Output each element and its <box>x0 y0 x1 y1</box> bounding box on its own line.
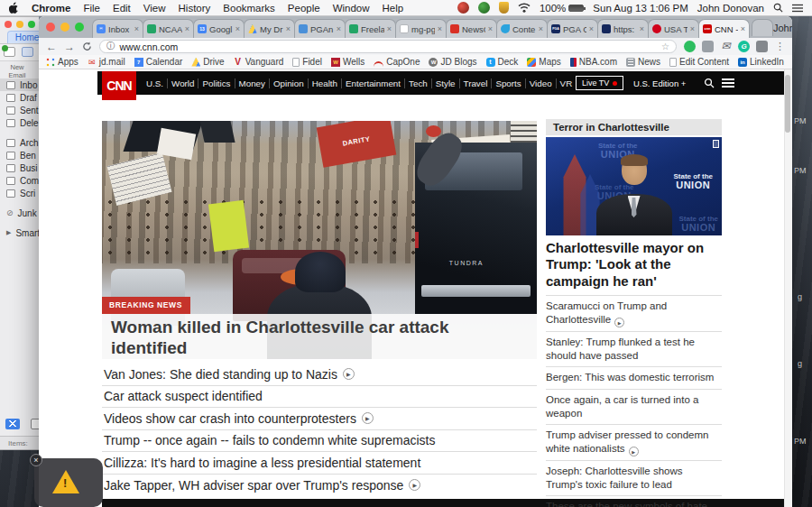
url-text[interactable]: www.cnn.com <box>120 41 179 52</box>
cnn-logo[interactable]: CNN <box>102 71 136 100</box>
nav-style[interactable]: Style <box>432 78 460 88</box>
story-link[interactable]: Jake Tapper, WH adviser spar over Trump'… <box>102 475 537 497</box>
tab-https[interactable]: https:× <box>597 19 649 38</box>
story-link[interactable]: Van Jones: She died standing up to Nazis… <box>102 364 537 386</box>
mail-folder-inbox[interactable]: Inbo <box>0 78 39 91</box>
tab-close-icon[interactable]: × <box>640 24 644 33</box>
tab-mg-pg[interactable]: mg-pg× <box>395 19 447 38</box>
address-bar[interactable]: ⓘ www.cnn.com ☆ <box>99 40 677 53</box>
panel-link[interactable]: Once again, a car is turned into a weapo… <box>546 389 722 424</box>
extension-icon-grammarly[interactable]: G <box>738 41 750 52</box>
nav-opinion[interactable]: Opinion <box>270 78 309 88</box>
apple-menu-icon[interactable] <box>9 2 19 14</box>
tab-pgan[interactable]: PGAn× <box>294 19 346 38</box>
tab-close-icon[interactable]: × <box>185 24 189 33</box>
panel-link[interactable]: Trump adviser pressed to condemn white n… <box>546 424 722 460</box>
menu-clock[interactable]: Sun Aug 13 1:06 PM <box>593 3 688 14</box>
page-scrollbar-track[interactable] <box>784 69 792 507</box>
lead-headline[interactable]: Woman killed in Charlottesville car atta… <box>102 314 537 359</box>
site-info-icon[interactable]: ⓘ <box>106 41 115 52</box>
nav-video[interactable]: Video <box>526 78 557 88</box>
nav-tech[interactable]: Tech <box>405 78 432 88</box>
chrome-traffic-lights[interactable] <box>46 23 84 32</box>
bookmark-calendar[interactable]: 7Calendar <box>134 57 183 67</box>
mail-folder[interactable]: Busi <box>0 161 39 174</box>
reload-button[interactable] <box>82 41 92 51</box>
extension-icon-mail[interactable]: ✉ <box>720 41 732 52</box>
edition-selector[interactable]: U.S. Edition + <box>633 78 686 88</box>
bookmark-linkedin[interactable]: inLinkedIn <box>738 57 784 67</box>
mail-folder-junk[interactable]: ⊘Junk <box>0 207 39 219</box>
back-button[interactable]: ← <box>46 41 57 52</box>
story-link[interactable]: Car attack suspect identified <box>102 386 537 409</box>
bookmark-nba[interactable]: NBA.com <box>570 57 617 67</box>
story-link[interactable]: Trump -- once again -- fails to condemn … <box>102 430 537 453</box>
tab-google-cal[interactable]: 13Googl× <box>193 19 245 38</box>
tab-close-icon[interactable]: × <box>741 24 745 33</box>
tab-close-icon[interactable]: × <box>690 24 695 33</box>
bookmark-edit-content[interactable]: Edit Content <box>669 57 729 67</box>
menu-bookmarks[interactable]: Bookmarks <box>223 3 275 14</box>
lead-story-photo[interactable]: DARITY LOVE TUNDRA BREAKING NEWS <box>102 121 537 359</box>
menu-history[interactable]: History <box>179 3 211 14</box>
tab-cnn-active[interactable]: cnnCNN -× <box>698 19 750 38</box>
panel-video-thumbnail[interactable]: State of theUNION State of theUNION Stat… <box>546 137 722 235</box>
bookmark-news[interactable]: News <box>626 57 660 67</box>
menu-help[interactable]: Help <box>383 3 404 14</box>
panel-link[interactable]: These are the new symbols of hate <box>546 495 722 507</box>
cnn-search-icon[interactable] <box>704 78 715 88</box>
spotlight-search-icon[interactable] <box>773 3 783 13</box>
tab-close-icon[interactable]: × <box>337 24 341 33</box>
bookmark-maps[interactable]: Maps <box>527 57 560 67</box>
nav-politics[interactable]: Politics <box>198 78 235 88</box>
bookmark-vanguard[interactable]: VVanguard <box>234 57 284 67</box>
bookmark-drive[interactable]: Drive <box>191 57 224 67</box>
mail-toolbar-icon[interactable] <box>22 47 33 57</box>
tab-inbox[interactable]: ✉Inbox× <box>92 19 143 38</box>
mail-mode-icon[interactable] <box>5 419 20 429</box>
tab-ncaa[interactable]: NCAA× <box>143 19 194 38</box>
page-scrollbar-thumb[interactable] <box>785 75 790 133</box>
panel-link[interactable]: Joseph: Charlottesville shows Trump's to… <box>546 460 722 495</box>
new-tab-button[interactable] <box>752 19 773 36</box>
nav-sports[interactable]: Sports <box>492 78 525 88</box>
tab-usa-today[interactable]: USA T× <box>648 19 699 38</box>
nav-money[interactable]: Money <box>235 78 270 88</box>
tab-close-icon[interactable]: × <box>488 24 493 33</box>
tab-content[interactable]: Conte× <box>496 19 548 38</box>
bookmark-deck[interactable]: tDeck <box>486 57 519 67</box>
mail-traffic-lights[interactable] <box>5 21 35 28</box>
story-link[interactable]: Cillizza: It's hard to imagine a less pr… <box>102 452 537 475</box>
menu-user-name[interactable]: John Donovan <box>697 3 764 14</box>
bookmark-fidelity[interactable]: Fidel <box>292 57 322 67</box>
mail-folder-archive[interactable]: Arch <box>0 136 39 149</box>
nav-us[interactable]: U.S. <box>143 78 168 88</box>
tab-pga[interactable]: PGAPGA C× <box>547 19 598 38</box>
extension-icon-gray2[interactable] <box>756 41 768 52</box>
tab-close-icon[interactable]: × <box>438 24 442 33</box>
nav-world[interactable]: World <box>168 78 198 88</box>
chrome-profile-name[interactable]: John <box>773 21 792 33</box>
bookmark-apps[interactable]: Apps <box>46 57 78 67</box>
bookmark-jdmail[interactable]: ✉jd.mail <box>88 57 125 67</box>
tab-my-drive[interactable]: My Dr× <box>244 19 295 38</box>
tab-close-icon[interactable]: × <box>387 24 392 33</box>
mail-folder-deleted[interactable]: Dele <box>0 116 39 129</box>
menu-people[interactable]: People <box>288 3 320 14</box>
nav-travel[interactable]: Travel <box>460 78 493 88</box>
mail-smart-folders[interactable]: ▶Smart F <box>0 226 39 239</box>
tab-newsc[interactable]: NewsC× <box>446 19 497 38</box>
nav-health[interactable]: Health <box>309 78 342 88</box>
forward-button[interactable]: → <box>64 41 75 52</box>
mail-tab-home[interactable]: Home <box>7 31 39 43</box>
mail-folder[interactable]: Com <box>0 174 39 187</box>
menu-app-name[interactable]: Chrome <box>32 3 70 14</box>
live-tv-button[interactable]: Live TV <box>576 76 623 90</box>
tab-close-icon[interactable]: × <box>286 24 291 33</box>
extension-icon-green[interactable] <box>684 41 696 52</box>
mail-folder[interactable]: Ben <box>0 149 39 161</box>
nav-vr[interactable]: VR <box>557 78 577 88</box>
extension-icon-gray[interactable] <box>702 41 714 52</box>
menu-view[interactable]: View <box>143 3 166 14</box>
mail-folder-drafts[interactable]: Draf <box>0 91 39 104</box>
